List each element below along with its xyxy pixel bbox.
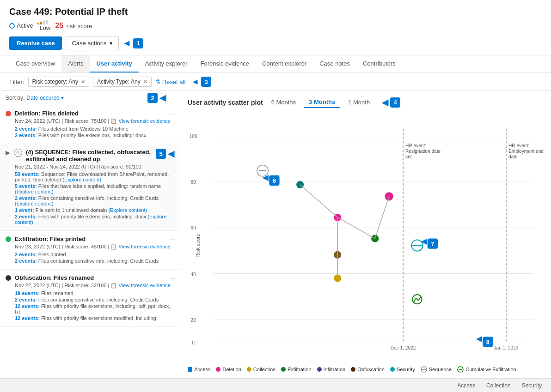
event-exfiltration-more-icon[interactable]: ··· bbox=[170, 235, 176, 244]
detail-text: Files containing sensitive info, includi… bbox=[38, 297, 159, 302]
event-obfuscation-details: 19 events: Files renamed 2 events: Files… bbox=[15, 290, 174, 321]
legend-infiltration-icon bbox=[317, 367, 322, 372]
event-deletion-meta: Nov 24, 2022 (UTC) | Risk score: 75/100 … bbox=[15, 118, 174, 124]
event-obfuscation-more-icon[interactable]: ··· bbox=[170, 274, 176, 283]
detail-text: Files deleted from Windows 10 Machine bbox=[38, 126, 129, 132]
event-deletion-title: Deletion: Files deleted bbox=[15, 110, 174, 117]
detail-line: 5 events: Files that have labels applied… bbox=[15, 183, 174, 194]
filter-icon: ⚗ bbox=[155, 78, 160, 85]
severity-text: Low bbox=[39, 24, 50, 31]
legend-infiltration-label: Infiltration bbox=[324, 367, 346, 372]
event-sequence: ▶ ⊖ (4) SEQUENCE: Files collected, obfus… bbox=[0, 144, 180, 231]
callout1-badge: 1 bbox=[133, 38, 143, 48]
tab-content-explorer[interactable]: Content explorer bbox=[256, 55, 313, 72]
status-ring-icon bbox=[9, 23, 15, 29]
event-exfiltration-forensic-link[interactable]: 📋 View forensic evidence bbox=[110, 244, 170, 249]
time-btn-6months[interactable]: 6 Months bbox=[267, 97, 300, 108]
legend-sequence: Sequence bbox=[421, 366, 452, 373]
detail-count: 5 events: bbox=[15, 183, 37, 189]
detail-text: Files with priority file extensions modi… bbox=[41, 315, 158, 321]
case-meta: Active Low 25 risk score bbox=[9, 20, 542, 31]
tab-forensic-evidence[interactable]: Forensic evidence bbox=[194, 55, 256, 72]
sort-dropdown[interactable]: Date occured ▾ bbox=[26, 95, 63, 101]
time-btn-1month[interactable]: 1 Month bbox=[343, 97, 374, 108]
explore-content-link[interactable]: (Explore content) bbox=[62, 177, 101, 182]
explore-content-link[interactable]: (Explore content) bbox=[15, 201, 54, 206]
detail-count: 12 events: bbox=[15, 303, 40, 309]
detail-text: Files that have labels applied, includin… bbox=[38, 183, 161, 189]
filter-chip-risk-close-icon[interactable]: ✕ bbox=[81, 79, 85, 85]
bottom-nav-security[interactable]: Security bbox=[522, 382, 542, 389]
detail-count: 2 events: bbox=[15, 252, 37, 257]
svg-text:HR event:: HR event: bbox=[405, 143, 426, 148]
detail-count: 2 events: bbox=[15, 126, 37, 132]
event-obfuscation-forensic-link[interactable]: 📋 View forensic evidence bbox=[110, 283, 170, 288]
event-deletion-forensic-link[interactable]: 📋 View forensic evidence bbox=[110, 118, 170, 124]
time-btn-3months[interactable]: 3 Months bbox=[304, 96, 340, 108]
legend-cumulative-icon bbox=[457, 366, 464, 373]
legend-obfuscation-icon bbox=[351, 367, 355, 372]
legend-access: Access bbox=[188, 367, 210, 372]
filter-chip-activity[interactable]: Activity Type: Any ✕ bbox=[93, 77, 152, 87]
tab-activity-explorer[interactable]: Activity explorer bbox=[139, 55, 194, 72]
detail-line: 12 events: Files with priority file exte… bbox=[15, 303, 174, 314]
svg-text:60: 60 bbox=[191, 225, 196, 230]
svg-text:0: 0 bbox=[192, 340, 195, 345]
explore-content-link[interactable]: (Explore content) bbox=[108, 207, 147, 213]
svg-text:7: 7 bbox=[431, 241, 434, 247]
event-deletion-dot-icon bbox=[6, 111, 11, 116]
detail-text: Files renamed bbox=[41, 290, 73, 296]
tab-user-activity[interactable]: User activity bbox=[90, 55, 139, 72]
bottom-nav: Access Collection Security bbox=[0, 378, 551, 392]
event-sequence-more-icon[interactable]: ··· bbox=[170, 149, 176, 157]
events-list: Deletion: Files deleted ··· Nov 24, 2022… bbox=[0, 105, 180, 378]
detail-line: 2 events: Files containing sensitive inf… bbox=[15, 297, 174, 302]
tabs-bar: Case overview Alerts User activity Activ… bbox=[0, 55, 551, 73]
svg-text:Resignation date: Resignation date bbox=[405, 149, 441, 154]
legend-exfiltration-label: Exfiltration bbox=[288, 367, 311, 372]
detail-line: 2 events: Files containing sensitive inf… bbox=[15, 258, 174, 264]
filter-chip-activity-close-icon[interactable]: ✕ bbox=[143, 79, 147, 85]
explore-content-link[interactable]: (Explore content) bbox=[15, 189, 54, 194]
event-deletion: Deletion: Files deleted ··· Nov 24, 2022… bbox=[0, 105, 180, 144]
event-exfiltration-title: Exfiltration: Files printed bbox=[15, 235, 174, 242]
svg-text:Jan 1, 2023: Jan 1, 2023 bbox=[494, 345, 518, 350]
reset-all-button[interactable]: ⚗ Reset all bbox=[155, 78, 186, 85]
filter-chip-risk[interactable]: Risk category: Any ✕ bbox=[28, 77, 89, 87]
bottom-nav-access[interactable]: Access bbox=[457, 382, 475, 389]
event-exfiltration: Exfiltration: Files printed ··· Nov 23, … bbox=[0, 231, 180, 270]
bottom-nav-collection[interactable]: Collection bbox=[486, 382, 511, 389]
svg-text:Dec 1, 2022: Dec 1, 2022 bbox=[391, 345, 416, 350]
scatter-title: User activity scatter plot bbox=[188, 99, 263, 106]
legend-exfiltration: Exfiltration bbox=[281, 367, 311, 372]
resolve-case-button[interactable]: Resolve case bbox=[9, 36, 62, 50]
detail-count: 2 events: bbox=[15, 258, 37, 264]
detail-count: 2 events: bbox=[15, 195, 37, 201]
svg-text:80: 80 bbox=[191, 180, 196, 185]
event-deletion-more-icon[interactable]: ··· bbox=[170, 110, 176, 118]
sev-bar3 bbox=[43, 21, 45, 24]
legend-security-label: Security bbox=[397, 367, 415, 372]
filter-chip-risk-label: Risk category: Any bbox=[32, 78, 78, 85]
tab-case-notes[interactable]: Case notes bbox=[313, 55, 356, 72]
callout2-container: 2 ◀ bbox=[147, 93, 166, 103]
risk-score: 25 risk score bbox=[55, 22, 92, 30]
event-deletion-header: Deletion: Files deleted ··· bbox=[6, 110, 174, 117]
tab-contributors[interactable]: Contributors bbox=[356, 55, 402, 72]
detail-count: 2 events: bbox=[15, 214, 37, 219]
detail-count: 2 events: bbox=[15, 133, 37, 138]
event-sequence-details: 50 events: Sequence: Files downloaded fr… bbox=[15, 171, 174, 225]
svg-text:40: 40 bbox=[191, 272, 196, 277]
tab-case-overview[interactable]: Case overview bbox=[9, 55, 61, 72]
case-actions-label: Case actions bbox=[72, 40, 106, 47]
detail-text: Files with priority file extensions, inc… bbox=[38, 214, 148, 219]
detail-count: 50 events: bbox=[15, 171, 40, 177]
expand-icon[interactable]: ▶ bbox=[6, 149, 10, 156]
case-actions-button[interactable]: Case actions ▾ bbox=[66, 36, 118, 50]
detail-line: 2 events: Files containing sensitive inf… bbox=[15, 195, 174, 206]
legend-sequence-label: Sequence bbox=[429, 367, 452, 372]
sort-label: Sort by: bbox=[6, 95, 24, 101]
tab-alerts[interactable]: Alerts bbox=[61, 55, 90, 72]
svg-text:set: set bbox=[405, 154, 412, 159]
svg-text:6: 6 bbox=[273, 177, 276, 184]
